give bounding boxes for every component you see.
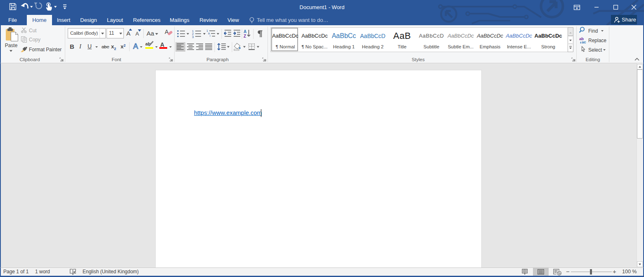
svg-text:i: i	[210, 34, 211, 37]
svg-text:3: 3	[192, 35, 194, 39]
svg-text:Z: Z	[244, 34, 246, 38]
svg-text:A: A	[133, 43, 138, 50]
svg-text:A: A	[244, 29, 246, 34]
svg-text:ac: ac	[582, 40, 586, 44]
